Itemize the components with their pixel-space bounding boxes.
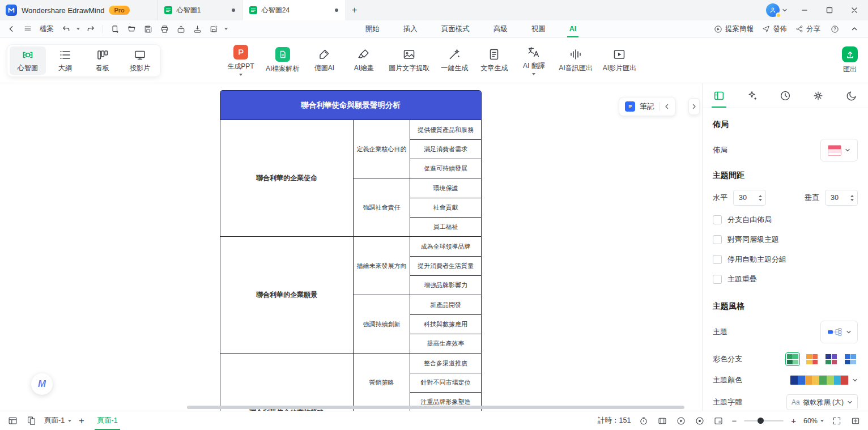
leaf-topic[interactable]: 成為全球領導品牌 [410, 237, 481, 256]
zoom-out-button[interactable]: − [731, 416, 737, 425]
page-selector[interactable]: 頁面-1 [44, 416, 71, 425]
ai-translate-button[interactable]: AI 翻譯 [515, 43, 552, 78]
theme-font-dropdown[interactable]: Aa 微軟雅黑 (大) [786, 394, 858, 410]
menu-tab-ai[interactable]: AI [568, 20, 578, 37]
add-page-button[interactable]: + [79, 416, 84, 426]
layout-dropdown[interactable] [820, 139, 858, 161]
minimap-icon[interactable] [713, 415, 724, 427]
import-icon[interactable] [192, 23, 203, 35]
sub-topic[interactable]: 營銷策略 [354, 354, 410, 411]
save-as-icon[interactable] [208, 23, 219, 35]
view-mindmap-button[interactable]: 心智圖 [10, 46, 46, 75]
option-disable-auto-grouping[interactable]: 停用自動主題分組 [713, 254, 858, 265]
export-share-icon[interactable] [175, 23, 186, 35]
horizontal-scrollbar[interactable] [187, 406, 684, 409]
leaf-topic[interactable]: 新產品開發 [410, 295, 481, 314]
tab-theme[interactable] [802, 83, 835, 108]
zoom-level-dropdown[interactable]: 60% [803, 417, 824, 425]
leaf-topic[interactable]: 員工福祉 [410, 217, 481, 236]
back-icon[interactable] [6, 23, 17, 35]
leaf-topic[interactable]: 增強品牌影響力 [410, 275, 481, 295]
help-icon[interactable] [829, 23, 840, 35]
account-menu[interactable] [766, 3, 788, 17]
panel-collapse-button[interactable] [688, 98, 700, 115]
new-file-icon[interactable] [109, 23, 121, 35]
checkbox[interactable] [713, 235, 722, 244]
menu-tab-start[interactable]: 開始 [364, 20, 381, 37]
sub-topic[interactable]: 定義企業核心目的 [354, 120, 410, 178]
zoom-in-button[interactable]: + [791, 416, 796, 425]
menu-tab-advanced[interactable]: 高級 [492, 20, 509, 37]
maximize-button[interactable] [822, 2, 837, 18]
mindmap-table[interactable]: 聯合利華使命與願景聲明分析 聯合利華的企業使命 定義企業核心目的 提供優質產品和… [220, 90, 482, 411]
leaf-topic[interactable]: 針對不同市場定位 [410, 373, 481, 392]
slideshow-view-icon[interactable] [7, 415, 18, 427]
redo-icon[interactable] [85, 23, 96, 35]
option-free-layout[interactable]: 分支自由佈局 [713, 215, 858, 225]
undo-icon[interactable] [60, 23, 71, 35]
tab-history[interactable] [769, 83, 802, 108]
checkbox[interactable] [713, 275, 722, 284]
ai-file-analysis-button[interactable]: AI檔案解析 [262, 43, 303, 78]
edraw-ai-button[interactable]: 億圖AI [305, 43, 343, 78]
theme-dropdown[interactable] [820, 321, 858, 343]
user-avatar[interactable] [766, 3, 780, 17]
collapse-ribbon-icon[interactable] [849, 23, 860, 35]
branch-palette-4[interactable] [843, 352, 858, 366]
fit-screen-icon[interactable] [831, 415, 843, 427]
tab-close-dot[interactable] [232, 8, 235, 12]
zoom-slider-knob[interactable] [758, 418, 764, 424]
document-tab-1[interactable]: 心智圖1 [157, 0, 242, 20]
save-icon[interactable] [142, 23, 154, 35]
branch-palette-2[interactable] [805, 352, 819, 366]
sub-topic[interactable]: 強調持續創新 [354, 295, 410, 353]
play-presentation-icon[interactable] [675, 415, 687, 427]
tab-ai-style[interactable] [735, 83, 768, 108]
gallery-icon[interactable] [657, 415, 668, 427]
menu-tab-page-style[interactable]: 頁面樣式 [440, 20, 471, 37]
leaf-topic[interactable]: 提供優質產品和服務 [410, 120, 481, 139]
main-topic[interactable]: 聯合利華的企業願景 [220, 237, 354, 353]
option-align-siblings[interactable]: 對齊同層級主題 [713, 235, 858, 245]
notes-button[interactable]: 筆記 [619, 97, 676, 116]
ai-audio-export-button[interactable]: AI音訊匯出 [555, 43, 596, 78]
page-tab-1[interactable]: 頁面-1 [91, 411, 123, 430]
view-kanban-button[interactable]: 看板 [84, 46, 121, 75]
ai-paint-button[interactable]: AI繪畫 [345, 43, 382, 78]
leaf-topic[interactable]: 科技與數據應用 [410, 314, 481, 334]
branch-palette-3[interactable] [824, 352, 839, 366]
stepper-arrows[interactable] [850, 195, 854, 201]
main-topic[interactable]: 聯合利華使命的實施策略 [220, 354, 354, 411]
leaf-topic[interactable]: 滿足消費者需求 [410, 139, 481, 159]
one-click-generate-button[interactable]: 一鍵生成 [436, 43, 473, 78]
view-slides-button[interactable]: 投影片 [122, 46, 158, 75]
stopwatch-icon[interactable] [638, 415, 649, 427]
document-tab-2[interactable]: 心智圖24 [242, 0, 345, 20]
menu-tab-view[interactable]: 視圖 [530, 20, 547, 37]
publish-button[interactable]: 發佈 [762, 24, 787, 34]
menu-tab-insert[interactable]: 插入 [402, 20, 419, 37]
canvas[interactable]: 聯合利華使命與願景聲明分析 聯合利華的企業使命 定義企業核心目的 提供優質產品和… [0, 83, 703, 411]
focus-mode-icon[interactable] [694, 415, 705, 427]
leaf-topic[interactable]: 提升消費者生活質量 [410, 256, 481, 275]
central-topic[interactable]: 聯合利華使命與願景聲明分析 [220, 91, 481, 120]
fullscreen-icon[interactable] [850, 415, 861, 427]
tab-close-dot[interactable] [335, 8, 338, 12]
image-text-extract-button[interactable]: 圖片文字提取 [385, 43, 433, 78]
sub-topic[interactable]: 描繪未來發展方向 [354, 237, 410, 295]
close-button[interactable] [846, 2, 862, 18]
view-outline-button[interactable]: 大綱 [47, 46, 83, 75]
leaf-topic[interactable]: 社會貢獻 [410, 198, 481, 217]
leaf-topic[interactable]: 促進可持續發展 [410, 159, 481, 178]
more-tools-icon[interactable] [224, 28, 228, 30]
leaf-topic[interactable]: 提高生產效率 [410, 334, 481, 353]
leaf-topic[interactable]: 環境保護 [410, 178, 481, 198]
menu-icon[interactable] [22, 23, 33, 35]
article-generate-button[interactable]: 文章生成 [475, 43, 513, 78]
print-icon[interactable] [159, 23, 170, 35]
share-button[interactable]: 分享 [795, 24, 820, 34]
tab-schedule[interactable] [835, 83, 868, 108]
file-menu[interactable]: 檔案 [39, 24, 55, 34]
theme-color-dropdown[interactable] [790, 375, 858, 385]
zoom-slider[interactable] [744, 420, 784, 422]
